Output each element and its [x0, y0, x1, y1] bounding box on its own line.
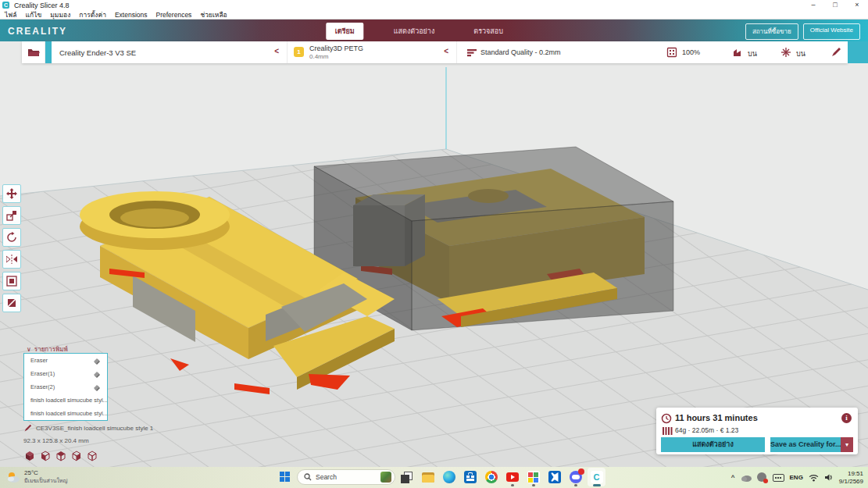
tray-time: 19:51 [839, 470, 863, 478]
menu-help[interactable]: ช่วยเหลือ [200, 9, 227, 20]
view-right-button[interactable] [86, 450, 98, 461]
sync-alert-icon[interactable] [757, 472, 767, 483]
object-list-item[interactable]: finish loadcell simucube styl... [24, 407, 107, 420]
creality-logo: CREALITY [8, 26, 67, 37]
info-icon[interactable]: i [841, 413, 852, 423]
object-list-item[interactable]: Eraser(2) [24, 380, 107, 394]
taskbar-apps: C [398, 468, 605, 486]
menu-settings[interactable]: การตั้งค่า [79, 9, 106, 20]
viewport-3d[interactable] [0, 41, 868, 467]
tool-sidebar [2, 184, 21, 312]
view-top-button[interactable] [55, 450, 66, 461]
tab-preview[interactable]: แสดงตัวอย่าง [384, 23, 445, 40]
preview-button[interactable]: แสดงตัวอย่าง [661, 437, 765, 452]
scale-tool-button[interactable] [2, 206, 21, 225]
menu-preferences[interactable]: Preferences [156, 11, 192, 19]
language-indicator[interactable]: ENG [790, 474, 803, 481]
official-website-button[interactable]: Official Website [803, 23, 860, 40]
view-3d-button[interactable] [23, 450, 35, 461]
object-list-item[interactable]: Eraser [24, 354, 107, 367]
vscode-icon [548, 471, 561, 483]
chevron-left-icon: < [444, 47, 448, 55]
accent-strip [45, 41, 52, 63]
material-name: Creality3D PETG [309, 45, 363, 52]
weather-temp: 25°C [24, 469, 67, 476]
tab-prepare[interactable]: เตรียม [326, 23, 364, 40]
menu-file[interactable]: ไฟล์ [5, 9, 17, 20]
object-list-item[interactable]: Eraser(1) [24, 367, 107, 380]
object-name: Eraser [30, 357, 48, 364]
print-settings-selector[interactable]: Standard Quality - 0.2mm 100% บน บน [457, 41, 848, 63]
minimize-button[interactable]: – [802, 0, 824, 10]
touch-keyboard-icon[interactable] [773, 474, 784, 482]
rotate-icon [6, 232, 17, 243]
support-icon [732, 47, 743, 58]
discord-button[interactable] [566, 468, 584, 486]
collapse-chevron-icon: ∨ [27, 346, 31, 353]
edit-pencil-icon[interactable] [830, 47, 841, 58]
printer-selector[interactable]: Creality Ender-3 V3 SE < [52, 41, 288, 63]
save-dropdown-button[interactable]: ▾ [841, 437, 853, 452]
chrome-button[interactable] [482, 468, 500, 486]
per-model-settings-button[interactable] [2, 272, 21, 290]
cube-front-icon [40, 451, 51, 461]
eraser-icon [93, 383, 101, 391]
store-button[interactable] [461, 468, 479, 486]
model-info: CE3V3SE_finish loadcell simucube style 1… [23, 424, 153, 461]
maximize-button[interactable]: □ [824, 0, 846, 10]
nozzle-size: 0.4mm [309, 53, 328, 60]
search-box[interactable]: Search [297, 469, 395, 485]
search-highlight-image[interactable] [380, 472, 391, 483]
start-button[interactable] [280, 472, 291, 483]
rotate-tool-button[interactable] [2, 228, 21, 247]
material-selector[interactable]: 1 Creality3D PETG 0.4mm < [288, 41, 457, 63]
youtube-button[interactable] [503, 468, 521, 486]
edit-pencil-icon[interactable] [23, 424, 32, 433]
menu-extensions[interactable]: Extensions [115, 11, 148, 19]
title-bar: C Creality Slicer 4.8 – □ × [0, 0, 868, 10]
clock-widget[interactable]: 19:51 9/1/2569 [839, 470, 863, 486]
object-name: finish loadcell simucube styl... [30, 397, 107, 404]
mirror-tool-button[interactable] [2, 250, 21, 269]
weather-widget[interactable]: 25°C มีเมฆเป็นส่วนใหญ่ [6, 469, 67, 485]
open-file-button[interactable] [22, 41, 45, 63]
edge-button[interactable] [440, 468, 458, 486]
view-front-button[interactable] [39, 450, 51, 461]
system-tray: ^ ENG 19:51 9/1/2569 [731, 467, 863, 488]
tray-expand-button[interactable]: ^ [731, 474, 735, 481]
panel-collapse-strip[interactable] [848, 41, 868, 63]
move-tool-button[interactable] [2, 184, 21, 203]
support-blocker-button[interactable] [2, 294, 21, 312]
onedrive-icon[interactable] [741, 474, 752, 482]
clock-icon [661, 413, 672, 424]
print-summary-card: 11 hours 31 minutes i 64g · 22.05m · € 1… [656, 408, 858, 454]
tray-date: 9/1/2569 [839, 478, 863, 486]
adhesion-value: บน [796, 48, 805, 59]
menu-view[interactable]: มุมมอง [50, 9, 70, 20]
object-list-item[interactable]: finish loadcell simucube styl... [24, 394, 107, 407]
profile-layers-icon [466, 47, 477, 58]
cube-left-icon [71, 451, 82, 461]
task-view-button[interactable] [398, 468, 416, 486]
save-button[interactable]: Save as Creality for... [770, 437, 841, 452]
wifi-icon[interactable] [809, 474, 819, 482]
search-icon [304, 473, 312, 481]
file-explorer-button[interactable] [419, 468, 437, 486]
mirror-icon [6, 254, 17, 265]
chrome-icon [485, 471, 498, 483]
printer-name: Creality Ender-3 V3 SE [59, 48, 136, 57]
app-icon: C [2, 2, 9, 9]
marketplace-button[interactable]: สถานที่ซื้อขาย [745, 23, 798, 40]
search-label: Search [316, 473, 377, 481]
creality-slicer-window: C Creality Slicer 4.8 – □ × ไฟล์ แก้ไข ม… [0, 0, 868, 488]
vscode-button[interactable] [545, 468, 563, 486]
tab-monitor[interactable]: ตรวจสอบ [464, 23, 513, 40]
creality-slicer-taskbar-button[interactable]: C [588, 468, 605, 486]
menu-edit[interactable]: แก้ไข [26, 9, 42, 20]
view-left-button[interactable] [70, 450, 82, 461]
support-value: บน [748, 48, 757, 59]
eraser-icon [93, 357, 101, 365]
close-button[interactable]: × [846, 0, 868, 10]
volume-icon[interactable] [824, 473, 834, 482]
photos-app-button[interactable] [524, 468, 542, 486]
